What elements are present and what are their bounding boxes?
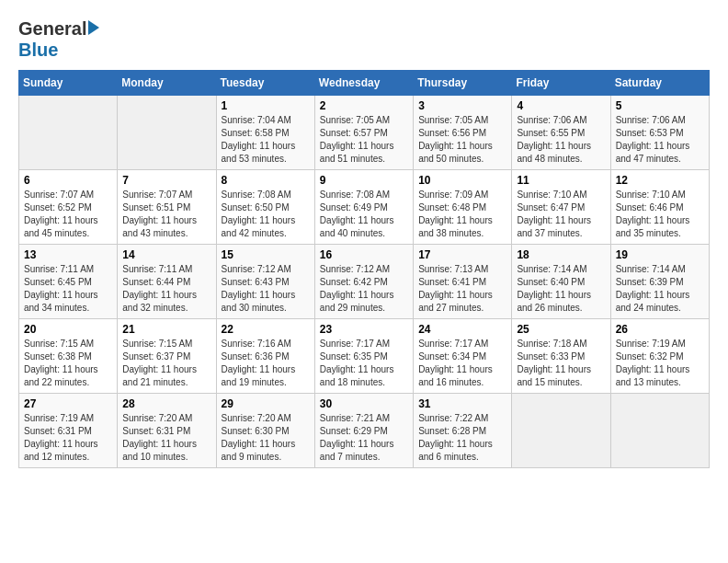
day-info: Sunrise: 7:11 AMSunset: 6:44 PMDaylight:…	[122, 263, 210, 315]
calendar-cell	[19, 96, 118, 170]
calendar-cell: 22Sunrise: 7:16 AMSunset: 6:36 PMDayligh…	[216, 319, 314, 394]
logo-blue: Blue	[18, 40, 58, 61]
calendar-cell: 14Sunrise: 7:11 AMSunset: 6:44 PMDayligh…	[118, 245, 216, 319]
day-info: Sunrise: 7:22 AMSunset: 6:28 PMDaylight:…	[418, 412, 506, 464]
day-info: Sunrise: 7:05 AMSunset: 6:56 PMDaylight:…	[418, 114, 506, 166]
calendar-cell: 27Sunrise: 7:19 AMSunset: 6:31 PMDayligh…	[19, 394, 118, 468]
day-number: 18	[517, 248, 605, 261]
calendar-cell: 5Sunrise: 7:06 AMSunset: 6:53 PMDaylight…	[610, 96, 709, 170]
calendar-cell: 11Sunrise: 7:10 AMSunset: 6:47 PMDayligh…	[512, 170, 610, 245]
day-info: Sunrise: 7:12 AMSunset: 6:43 PMDaylight:…	[222, 263, 310, 315]
day-number: 12	[616, 174, 704, 187]
day-number: 4	[517, 99, 605, 112]
day-number: 19	[616, 248, 704, 261]
calendar-cell: 13Sunrise: 7:11 AMSunset: 6:45 PMDayligh…	[19, 245, 118, 319]
calendar-cell	[610, 394, 709, 468]
day-info: Sunrise: 7:16 AMSunset: 6:36 PMDaylight:…	[222, 338, 310, 389]
day-number: 21	[122, 323, 210, 336]
calendar-cell	[512, 394, 610, 468]
calendar-cell: 21Sunrise: 7:15 AMSunset: 6:37 PMDayligh…	[118, 319, 216, 394]
day-info: Sunrise: 7:17 AMSunset: 6:34 PMDaylight:…	[418, 338, 506, 389]
calendar-cell: 17Sunrise: 7:13 AMSunset: 6:41 PMDayligh…	[414, 245, 512, 319]
day-info: Sunrise: 7:21 AMSunset: 6:29 PMDaylight:…	[320, 412, 408, 464]
logo-general: General	[18, 18, 86, 40]
calendar-cell: 12Sunrise: 7:10 AMSunset: 6:46 PMDayligh…	[610, 170, 709, 245]
calendar-cell: 7Sunrise: 7:07 AMSunset: 6:51 PMDaylight…	[118, 170, 216, 245]
calendar-cell: 30Sunrise: 7:21 AMSunset: 6:29 PMDayligh…	[314, 394, 413, 468]
day-info: Sunrise: 7:06 AMSunset: 6:55 PMDaylight:…	[517, 114, 605, 166]
day-number: 3	[418, 99, 506, 112]
day-number: 11	[517, 174, 605, 187]
day-info: Sunrise: 7:15 AMSunset: 6:38 PMDaylight:…	[24, 338, 112, 389]
day-number: 25	[517, 323, 605, 336]
day-number: 28	[122, 397, 210, 410]
day-number: 15	[222, 248, 310, 261]
calendar-header-row: SundayMondayTuesdayWednesdayThursdayFrid…	[19, 71, 710, 96]
calendar-cell: 16Sunrise: 7:12 AMSunset: 6:42 PMDayligh…	[314, 245, 413, 319]
calendar-week-3: 13Sunrise: 7:11 AMSunset: 6:45 PMDayligh…	[19, 245, 710, 319]
day-number: 17	[418, 248, 506, 261]
day-number: 23	[320, 323, 408, 336]
day-info: Sunrise: 7:15 AMSunset: 6:37 PMDaylight:…	[122, 338, 210, 389]
day-header-thursday: Thursday	[414, 71, 512, 96]
day-info: Sunrise: 7:06 AMSunset: 6:53 PMDaylight:…	[616, 114, 704, 166]
calendar-week-5: 27Sunrise: 7:19 AMSunset: 6:31 PMDayligh…	[19, 394, 710, 468]
day-number: 31	[418, 397, 506, 410]
day-number: 10	[418, 174, 506, 187]
day-header-monday: Monday	[118, 71, 216, 96]
calendar-cell: 10Sunrise: 7:09 AMSunset: 6:48 PMDayligh…	[414, 170, 512, 245]
day-number: 5	[616, 99, 704, 112]
day-info: Sunrise: 7:10 AMSunset: 6:47 PMDaylight:…	[517, 189, 605, 240]
day-number: 22	[222, 323, 310, 336]
calendar-week-1: 1Sunrise: 7:04 AMSunset: 6:58 PMDaylight…	[19, 96, 710, 170]
day-number: 13	[24, 248, 112, 261]
calendar-week-2: 6Sunrise: 7:07 AMSunset: 6:52 PMDaylight…	[19, 170, 710, 245]
calendar-cell: 25Sunrise: 7:18 AMSunset: 6:33 PMDayligh…	[512, 319, 610, 394]
calendar-cell: 19Sunrise: 7:14 AMSunset: 6:39 PMDayligh…	[610, 245, 709, 319]
day-number: 27	[24, 397, 112, 410]
calendar-cell: 31Sunrise: 7:22 AMSunset: 6:28 PMDayligh…	[414, 394, 512, 468]
day-header-friday: Friday	[512, 71, 610, 96]
day-info: Sunrise: 7:11 AMSunset: 6:45 PMDaylight:…	[24, 263, 112, 315]
day-number: 20	[24, 323, 112, 336]
day-header-sunday: Sunday	[19, 71, 118, 96]
day-number: 29	[222, 397, 310, 410]
day-info: Sunrise: 7:04 AMSunset: 6:58 PMDaylight:…	[222, 114, 310, 166]
logo-arrow-icon	[88, 20, 99, 35]
day-number: 6	[24, 174, 112, 187]
day-number: 9	[320, 174, 408, 187]
calendar-cell: 23Sunrise: 7:17 AMSunset: 6:35 PMDayligh…	[314, 319, 413, 394]
calendar-table: SundayMondayTuesdayWednesdayThursdayFrid…	[18, 70, 710, 468]
logo: General Blue	[18, 18, 99, 61]
calendar-cell: 2Sunrise: 7:05 AMSunset: 6:57 PMDaylight…	[314, 96, 413, 170]
day-info: Sunrise: 7:08 AMSunset: 6:49 PMDaylight:…	[320, 189, 408, 240]
calendar-cell: 3Sunrise: 7:05 AMSunset: 6:56 PMDaylight…	[414, 96, 512, 170]
day-info: Sunrise: 7:10 AMSunset: 6:46 PMDaylight:…	[616, 189, 704, 240]
day-number: 14	[122, 248, 210, 261]
calendar-week-4: 20Sunrise: 7:15 AMSunset: 6:38 PMDayligh…	[19, 319, 710, 394]
day-number: 1	[222, 99, 310, 112]
calendar-cell: 15Sunrise: 7:12 AMSunset: 6:43 PMDayligh…	[216, 245, 314, 319]
day-info: Sunrise: 7:19 AMSunset: 6:31 PMDaylight:…	[24, 412, 112, 464]
day-number: 2	[320, 99, 408, 112]
day-info: Sunrise: 7:09 AMSunset: 6:48 PMDaylight:…	[418, 189, 506, 240]
calendar-cell: 29Sunrise: 7:20 AMSunset: 6:30 PMDayligh…	[216, 394, 314, 468]
calendar-cell: 24Sunrise: 7:17 AMSunset: 6:34 PMDayligh…	[414, 319, 512, 394]
day-number: 24	[418, 323, 506, 336]
day-info: Sunrise: 7:20 AMSunset: 6:30 PMDaylight:…	[222, 412, 310, 464]
day-info: Sunrise: 7:07 AMSunset: 6:51 PMDaylight:…	[122, 189, 210, 240]
calendar-cell: 18Sunrise: 7:14 AMSunset: 6:40 PMDayligh…	[512, 245, 610, 319]
day-info: Sunrise: 7:14 AMSunset: 6:40 PMDaylight:…	[517, 263, 605, 315]
calendar-cell: 28Sunrise: 7:20 AMSunset: 6:31 PMDayligh…	[118, 394, 216, 468]
day-header-saturday: Saturday	[610, 71, 709, 96]
day-info: Sunrise: 7:07 AMSunset: 6:52 PMDaylight:…	[24, 189, 112, 240]
day-info: Sunrise: 7:13 AMSunset: 6:41 PMDaylight:…	[418, 263, 506, 315]
day-number: 7	[122, 174, 210, 187]
day-info: Sunrise: 7:05 AMSunset: 6:57 PMDaylight:…	[320, 114, 408, 166]
calendar-cell: 1Sunrise: 7:04 AMSunset: 6:58 PMDaylight…	[216, 96, 314, 170]
day-number: 26	[616, 323, 704, 336]
calendar-cell: 4Sunrise: 7:06 AMSunset: 6:55 PMDaylight…	[512, 96, 610, 170]
day-info: Sunrise: 7:20 AMSunset: 6:31 PMDaylight:…	[122, 412, 210, 464]
day-info: Sunrise: 7:18 AMSunset: 6:33 PMDaylight:…	[517, 338, 605, 389]
day-info: Sunrise: 7:19 AMSunset: 6:32 PMDaylight:…	[616, 338, 704, 389]
